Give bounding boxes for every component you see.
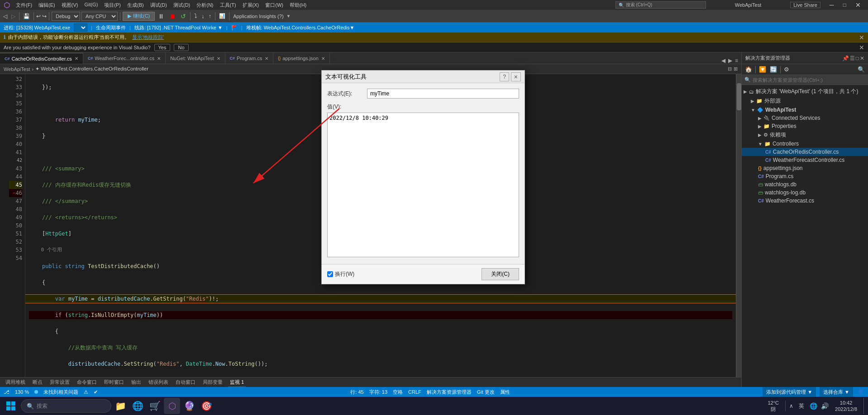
status-git-changes[interactable]: Git 更改 (477, 389, 495, 396)
se-home-icon[interactable]: 🏠 (744, 65, 754, 74)
taskbar-clock[interactable]: 10:42 2022/12/8 (832, 400, 860, 413)
bottom-tab-immediate[interactable]: 即时窗口 (102, 378, 126, 387)
tree-item-connected-services[interactable]: ▶ 🔌 Connected Services (742, 114, 868, 122)
taskbar-lang[interactable]: 英 (797, 402, 806, 410)
taskbar-vs-icon[interactable]: ⬡ (164, 398, 180, 414)
toolbar-back-icon[interactable]: ◁ (2, 12, 9, 20)
menu-help[interactable]: 帮助(H) (288, 2, 308, 9)
tree-item-solution[interactable]: ▶ 🗂 解决方案 'WebApiTest' (1 个项目，共 1 个) (742, 87, 868, 96)
dialog-expr-input[interactable] (367, 89, 519, 99)
bottom-tab-command[interactable]: 命令窗口 (75, 378, 99, 387)
taskbar-network-icon[interactable]: 🌐 (810, 402, 817, 410)
dialog-wordwrap-checkbox[interactable] (327, 271, 333, 277)
warning-close-btn[interactable]: ✕ (859, 34, 864, 41)
se-settings-icon[interactable]: ⚙ (782, 65, 791, 74)
breadcrumb-project[interactable]: WebApiTest (4, 66, 30, 72)
status-select-repo[interactable]: 选择合库 ▼ (820, 387, 853, 397)
live-share-label[interactable]: Live Share (790, 2, 820, 8)
tree-item-deps[interactable]: ▶ ⚙ 依赖项 (742, 130, 868, 140)
status-person-icon[interactable]: 👤 (857, 388, 864, 396)
no-btn[interactable]: No (174, 44, 188, 51)
taskbar-red-icon[interactable]: 🎯 (198, 398, 215, 414)
toolbar-undo-icon[interactable]: ↩ (36, 13, 41, 19)
tree-item-watchlogs-log-db[interactable]: 🗃 watchlogs-log.db (742, 189, 868, 197)
tab-appsettings[interactable]: {} appsettings.json ✕ (273, 53, 330, 64)
status-zoom[interactable]: 130 % (15, 389, 29, 395)
tab-program[interactable]: C# Program.cs ✕ (225, 53, 274, 64)
taskbar-show-desktop[interactable] (863, 398, 866, 414)
search-input[interactable]: 搜索 (Ctrl+Q) (626, 2, 653, 8)
status-properties[interactable]: 属性 (500, 389, 510, 396)
se-refresh-icon[interactable]: 🔄 (768, 65, 778, 74)
taskbar-store-icon[interactable]: 🛒 (147, 398, 163, 414)
tree-item-external[interactable]: ▶ 📁 外部源 (742, 96, 868, 106)
continue-btn[interactable]: ▶ 继续(C) (123, 12, 155, 21)
toolbar-pause-icon[interactable]: ⏸ (156, 13, 166, 20)
taskbar-edge-icon[interactable]: 🌐 (129, 398, 146, 414)
menu-tools[interactable]: 工具(T) (219, 2, 238, 9)
toolbar-redo-icon[interactable]: ↪ (42, 13, 47, 19)
panel-split-icon[interactable]: ⊟ (728, 66, 732, 72)
menu-test[interactable]: 测试(D) (172, 2, 191, 9)
toolbar-save-icon[interactable]: 💾 (22, 12, 31, 20)
process-select[interactable] (74, 24, 87, 32)
dialog-help-btn[interactable]: ? (500, 72, 509, 81)
bottom-tab-watch[interactable]: 监视 1 (228, 378, 246, 387)
dialog-close-x-btn[interactable]: × (511, 72, 521, 81)
menu-project[interactable]: 项目(P) (103, 2, 122, 9)
status-add-source[interactable]: 添加到源代码管理 ▼ (763, 387, 816, 397)
se-filter-icon[interactable]: 🔽 (758, 65, 768, 74)
menu-git[interactable]: Git(G) (83, 2, 99, 9)
cpu-select[interactable]: Any CPU (81, 12, 118, 21)
bottom-tab-callstack[interactable]: 调用堆栈 (4, 378, 27, 387)
tree-item-weather-cs[interactable]: C# WeatherForecastController.cs (742, 156, 868, 164)
window-maximize-btn[interactable]: □ (839, 0, 850, 10)
bottom-tab-autos[interactable]: 自动窗口 (174, 378, 197, 387)
toolbar-stop-icon[interactable]: ⏹ (167, 13, 177, 20)
taskbar-volume-icon[interactable]: 🔊 (821, 402, 829, 410)
status-se[interactable]: 解决方案资源管理器 (427, 389, 472, 396)
bottom-tab-errorlist[interactable]: 错误列表 (147, 378, 170, 387)
bottom-tab-exceptions[interactable]: 异常设置 (48, 378, 72, 387)
tab-nuget[interactable]: NuGet: WebApiTest ✕ (166, 53, 225, 64)
se-pin-icon[interactable]: 📌 (842, 55, 849, 61)
taskbar-weather[interactable]: 12°C 阴 (765, 400, 782, 413)
debug-mode-select[interactable]: Debug (52, 12, 80, 21)
toolbar-diagnostics-icon[interactable]: 📊 (218, 13, 227, 19)
menu-debug[interactable]: 调试(D) (149, 2, 168, 9)
dialog-close-btn[interactable]: 关闭(C) (482, 268, 519, 280)
bottom-tab-breakpoints[interactable]: 断点 (31, 378, 44, 387)
dialog-value-textarea[interactable] (327, 113, 519, 257)
tab-weatherforecast[interactable]: C# WeatherForec...ontroller.cs ✕ (83, 53, 166, 64)
tab-cacheredis[interactable]: C# CacheOrRedisController.cs ✕ (0, 53, 83, 64)
status-issues[interactable]: 未找到相关问题 (43, 389, 78, 396)
tab-program-close[interactable]: ✕ (265, 56, 268, 61)
tab-nuget-close[interactable]: ✕ (217, 56, 220, 61)
breadcrumb-class[interactable]: ✦ WebApiTest.Controllers.CacheOrRedisCon… (35, 66, 148, 72)
tree-item-project[interactable]: ▼ 🔷 WebApiTest (742, 106, 868, 114)
se-search-input[interactable] (753, 77, 865, 83)
toolbar-stepinto-icon[interactable]: ↓ (200, 13, 206, 19)
editor-scrollbar-v[interactable] (736, 74, 741, 377)
satisfaction-close-btn[interactable]: ✕ (859, 44, 864, 51)
se-search2-icon[interactable]: 🔍 (856, 65, 866, 74)
menu-build[interactable]: 生成(B) (126, 2, 145, 9)
taskbar-search[interactable]: 🔍 搜索 (21, 399, 111, 413)
tabs-overflow[interactable]: ≡ (734, 57, 739, 64)
toolbar-stepout-icon[interactable]: ↑ (207, 13, 213, 19)
toolbar-restart-icon[interactable]: ↺ (179, 13, 188, 20)
tab-cacheredis-close[interactable]: ✕ (75, 56, 78, 61)
menu-analyze[interactable]: 分析(N) (195, 2, 215, 9)
tab-weather-close[interactable]: ✕ (157, 56, 161, 61)
window-minimize-btn[interactable]: ─ (826, 0, 838, 10)
yes-btn[interactable]: Yes (154, 44, 171, 51)
tree-item-watchlogs-db[interactable]: 🗃 watchlogs.db (742, 180, 868, 189)
menu-extensions[interactable]: 扩展(X) (241, 2, 261, 9)
tabs-scroll-left[interactable]: ◀ (720, 57, 727, 64)
window-close-btn[interactable]: ✕ (852, 0, 864, 10)
tree-item-cacheredis-cs[interactable]: C# CacheOrRedisController.cs (742, 148, 868, 156)
tree-item-program-cs[interactable]: C# Program.cs (742, 172, 868, 180)
se-close-icon[interactable]: ✕ (860, 55, 864, 61)
toolbar-stepover-icon[interactable]: ⤵ (193, 13, 199, 19)
se-menu-icon[interactable]: ☰ (850, 55, 855, 61)
